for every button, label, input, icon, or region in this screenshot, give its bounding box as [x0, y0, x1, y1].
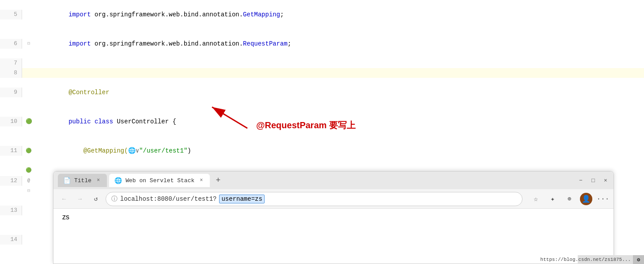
line-number-8: 8: [0, 68, 22, 78]
tab-label-title: Title: [74, 177, 91, 184]
favorites-icon[interactable]: ☆: [530, 193, 542, 205]
more-options-button[interactable]: ···: [597, 193, 609, 205]
browser-tab-servlet[interactable]: 🌐 Web on Servlet Stack ×: [109, 174, 210, 187]
address-base: localhost:8080/user/test1?: [120, 195, 216, 203]
window-controls: − □ ×: [577, 177, 609, 184]
line-number-14: 14: [0, 235, 22, 245]
mapping-url: "/user/test1": [139, 147, 187, 154]
fold-icon: ⊟: [27, 39, 30, 49]
nav-toolbar: ☆ ✦ ⊕ 👤 ···: [530, 193, 609, 205]
line-code-11: @GetMapping(🌐∨"/user/test1"): [35, 136, 644, 165]
minimize-button[interactable]: −: [577, 177, 584, 184]
forward-button[interactable]: →: [74, 193, 86, 205]
gutter-12: 🟢 @ ⊟: [22, 165, 35, 196]
new-tab-button[interactable]: +: [212, 176, 224, 185]
bookmark-icon-12: 🟢: [26, 165, 32, 175]
class-name: RequestParam: [243, 40, 288, 47]
bookmark-icon-10: 🟢: [26, 117, 32, 126]
status-url: https://blog.csdn.net/zs1875...: [540, 257, 631, 262]
avatar-image: 👤: [582, 195, 591, 203]
code-text: [91, 118, 95, 125]
address-query-highlight: username=zs: [219, 195, 264, 203]
browser-content: zs: [53, 209, 614, 226]
gear-icon: ⚙: [637, 256, 640, 263]
gutter-10: 🟢: [22, 117, 35, 126]
annotation-controller: @Controller: [68, 89, 109, 96]
annotation-label: @RequestParam 要写上: [256, 119, 356, 131]
close-button[interactable]: ×: [602, 177, 609, 184]
line-number-7: 7: [0, 58, 22, 68]
forward-icon: →: [78, 195, 82, 203]
browser-navbar: ← → ↺ ⓘ localhost:8080/user/test1?userna…: [53, 189, 614, 209]
gutter-6: ⊟: [22, 39, 35, 49]
line-number-10: 10: [0, 117, 22, 126]
line-code-8: [35, 68, 644, 78]
class-name: GetMapping: [243, 11, 280, 18]
keyword: import: [68, 11, 91, 18]
code-text: UserController {: [113, 118, 176, 125]
keyword-class: class: [95, 118, 113, 125]
back-button[interactable]: ←: [58, 193, 70, 205]
line-code-9: @Controller: [35, 78, 644, 107]
code-text: org.springframework.web.bind.annotation.: [91, 40, 243, 47]
line-code-7: [35, 58, 644, 68]
code-text: ;: [288, 40, 291, 47]
code-text: ;: [280, 11, 284, 18]
tab-icon-title: 📄: [63, 177, 71, 184]
refresh-button[interactable]: ↺: [90, 193, 102, 205]
code-line-6: 6 ⊟ import org.springframework.web.bind.…: [0, 29, 644, 58]
code-line-11: 11 🟢 @GetMapping(🌐∨"/user/test1"): [0, 136, 644, 165]
line-number-13: 13: [0, 206, 22, 215]
keyword: import: [68, 40, 91, 47]
code-text: ): [187, 147, 191, 154]
chevron: ∨: [136, 147, 139, 154]
getmapping-annotation: @GetMapping(: [68, 147, 128, 154]
line-number-12: 12: [0, 176, 22, 186]
keyword-public: public: [68, 118, 91, 125]
tab-close-title[interactable]: ×: [95, 176, 102, 184]
gutter-11: 🟢: [22, 146, 35, 156]
page-content-zs: zs: [62, 213, 69, 221]
refresh-icon: ↺: [94, 195, 98, 203]
line-code-6: import org.springframework.web.bind.anno…: [35, 29, 644, 58]
code-line-9: 9 @Controller: [0, 78, 644, 107]
line-number-6: 6: [0, 39, 22, 49]
tab-label-servlet: Web on Servlet Stack: [125, 177, 194, 184]
bookmark-icon-11: 🟢: [26, 146, 32, 156]
collections-icon[interactable]: ✦: [546, 193, 559, 205]
info-icon: ⓘ: [111, 195, 117, 203]
browser-tab-title[interactable]: 📄 Title ×: [58, 174, 107, 187]
line-number-11: 11: [0, 146, 22, 156]
at-icon: @: [27, 176, 30, 186]
profile-avatar[interactable]: 👤: [580, 193, 592, 205]
share-icon[interactable]: ⊕: [563, 193, 576, 205]
maximize-button[interactable]: □: [590, 177, 597, 184]
globe-icon: 🌐: [128, 147, 136, 154]
settings-icon-bottom[interactable]: ⚙: [633, 255, 644, 264]
line-code-5: import org.springframework.web.bind.anno…: [35, 0, 644, 29]
code-text: org.springframework.web.bind.annotation.: [91, 11, 243, 18]
fold-icon-12: ⊟: [27, 186, 30, 196]
code-line-5: 5 import org.springframework.web.bind.an…: [0, 0, 644, 29]
browser-titlebar: 📄 Title × 🌐 Web on Servlet Stack × + − □…: [53, 172, 614, 189]
tab-close-servlet[interactable]: ×: [198, 176, 205, 184]
address-bar[interactable]: ⓘ localhost:8080/user/test1?username=zs: [106, 192, 523, 206]
code-line-8: 8: [0, 68, 644, 78]
tab-icon-servlet: 🌐: [114, 177, 122, 184]
line-number-5: 5: [0, 10, 22, 19]
code-line-7: 7: [0, 58, 644, 68]
back-icon: ←: [62, 195, 66, 203]
line-number-9: 9: [0, 88, 22, 97]
browser-window: 📄 Title × 🌐 Web on Servlet Stack × + − □…: [53, 171, 614, 264]
